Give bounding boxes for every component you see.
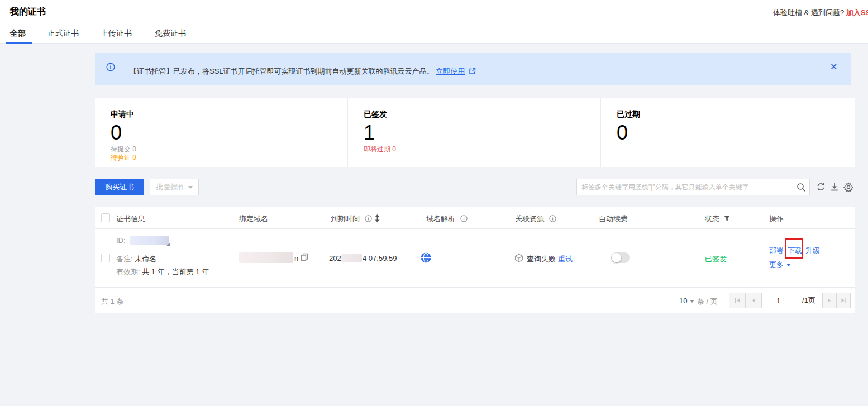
col-cert-info: 证书信息 — [116, 214, 145, 224]
total-pages-cell: /1页 — [795, 293, 823, 308]
copy-icon[interactable] — [301, 253, 308, 261]
stat-value: 0 — [617, 121, 855, 145]
refresh-icon[interactable] — [816, 182, 826, 192]
stat-sub-pending-submit: 待提交 0 — [111, 145, 347, 154]
col-domain-resolve: 域名解析 — [426, 214, 455, 224]
annotation-highlight-box — [785, 238, 803, 259]
tab-all[interactable]: 全部 — [10, 28, 26, 39]
sort-icon[interactable] — [375, 214, 380, 222]
current-page-input-wrap — [761, 293, 795, 308]
cert-note-value: 未命名 — [135, 255, 156, 263]
prev-page-button[interactable] — [745, 293, 762, 308]
cert-id-label: ID: — [116, 236, 126, 245]
search-box — [576, 179, 810, 195]
stat-title: 已过期 — [617, 109, 855, 120]
stat-sub-expiring-soon: 即将过期 0 — [364, 145, 600, 154]
buy-certificate-button[interactable]: 购买证书 — [95, 179, 144, 195]
censored-domain — [239, 252, 293, 263]
expire-date-prefix: 202 — [329, 254, 341, 262]
stats-panel: 申请中 0 待提交 0 待验证 0 已签发 1 即将过期 0 已过期 0 — [95, 98, 855, 167]
page-size-selector[interactable]: 10 — [679, 297, 694, 305]
censored-expire-date — [341, 254, 362, 262]
next-page-button[interactable] — [822, 293, 837, 308]
resource-status-text: 查询失败 — [527, 254, 556, 264]
total-pages-text: /1页 — [802, 295, 815, 305]
select-all-checkbox[interactable] — [101, 213, 110, 222]
resolve-info-icon[interactable] — [460, 215, 468, 222]
table-row-divider — [95, 287, 855, 288]
search-input[interactable] — [581, 180, 794, 194]
action-deploy-link[interactable]: 部署 — [769, 246, 784, 256]
chevron-down-icon — [690, 300, 694, 303]
banner-message: 【证书托管】已发布，将SSL证书开启托管即可实现证书到期前自动更新关联的腾讯云云… — [130, 66, 476, 77]
batch-operation-button[interactable]: 批量操作 — [150, 179, 199, 195]
join-ssl-link[interactable]: 加入SSL证 — [846, 8, 868, 17]
page-title: 我的证书 — [10, 6, 46, 18]
resource-info-icon[interactable] — [549, 215, 556, 222]
row-checkbox[interactable] — [101, 254, 110, 262]
stat-card-applying: 申请中 0 待提交 0 待验证 0 — [95, 98, 348, 167]
total-count-text: 共 1 条 — [101, 297, 123, 307]
stat-value: 0 — [111, 121, 347, 145]
filter-icon[interactable] — [724, 216, 730, 222]
col-actions: 操作 — [769, 214, 784, 224]
expire-info-icon[interactable] — [365, 215, 372, 222]
col-expire-time: 到期时间 — [331, 214, 360, 224]
col-related-resource: 关联资源 — [515, 214, 544, 224]
resource-cube-icon — [514, 254, 523, 262]
chevron-down-icon — [786, 264, 791, 266]
stat-sub-pending-verify: 待验证 0 — [111, 154, 347, 162]
download-list-icon[interactable] — [830, 182, 839, 192]
col-bound-domain: 绑定域名 — [239, 214, 268, 224]
action-more-link[interactable]: 更多 — [769, 260, 791, 270]
stat-title: 申请中 — [111, 109, 347, 120]
stat-value: 1 — [364, 121, 600, 145]
first-page-button[interactable] — [729, 293, 746, 308]
tab-free-certs[interactable]: 免费证书 — [155, 28, 186, 39]
last-page-button[interactable] — [836, 293, 851, 308]
stat-card-expired: 已过期 0 — [601, 98, 855, 167]
gear-icon[interactable] — [843, 182, 853, 192]
banner-close-icon[interactable]: ✕ — [830, 61, 837, 72]
chevron-down-icon — [188, 186, 193, 189]
table-header-divider — [95, 228, 855, 229]
toggle-knob — [612, 253, 621, 262]
tab-uploaded-certs[interactable]: 上传证书 — [101, 28, 132, 39]
action-upgrade-link[interactable]: 升级 — [805, 246, 820, 256]
resource-retry-link[interactable]: 重试 — [558, 254, 573, 264]
header-feedback-area: 体验吐槽 & 遇到问题? 加入SSL证 — [773, 8, 868, 18]
domain-visible-text: n — [294, 254, 298, 262]
status-badge: 已签发 — [705, 254, 727, 264]
expire-date-suffix: 4 07:59:59 — [363, 254, 397, 262]
cert-validity: 有效期: 共 1 年，当前第 1 年 — [116, 267, 209, 277]
per-page-label: 条 / 页 — [697, 297, 718, 307]
feedback-text: 体验吐槽 & 遇到问题? — [773, 8, 844, 17]
cert-validity-value: 共 1 年，当前第 1 年 — [142, 268, 209, 276]
external-link-icon — [469, 68, 476, 75]
search-icon[interactable] — [797, 183, 806, 192]
globe-resolve-icon[interactable] — [421, 252, 431, 263]
info-icon — [106, 63, 115, 71]
col-status: 状态 — [705, 214, 719, 224]
stat-card-issued: 已签发 1 即将过期 0 — [348, 98, 601, 167]
current-page-input[interactable] — [762, 293, 795, 308]
tab-paid-certs[interactable]: 正式证书 — [47, 28, 79, 39]
active-tab-underline — [6, 42, 32, 44]
censored-cert-id — [130, 236, 169, 245]
cert-note: 备注: 未命名 — [116, 254, 156, 264]
censor-corner-fold — [166, 242, 170, 246]
col-auto-renew: 自动续费 — [599, 214, 628, 224]
banner-use-now-link[interactable]: 立即使用 — [436, 67, 465, 75]
auto-renew-toggle[interactable] — [611, 252, 630, 263]
stat-title: 已签发 — [364, 109, 600, 120]
